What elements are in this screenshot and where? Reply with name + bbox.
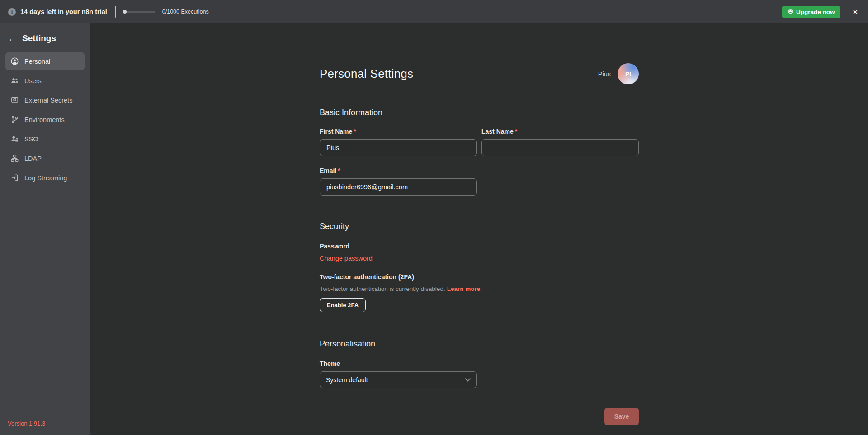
personalisation-section: Personalisation Theme System default xyxy=(320,339,639,388)
user-name-label: Pius xyxy=(598,70,611,78)
sidebar-item-users[interactable]: Users xyxy=(5,72,85,89)
sidebar-item-personal[interactable]: Personal xyxy=(5,52,85,70)
security-section: Security Password Change password Two-fa… xyxy=(320,222,639,312)
user-circle-icon xyxy=(10,57,19,65)
learn-more-link[interactable]: Learn more xyxy=(447,285,481,292)
vault-icon xyxy=(10,96,19,104)
avatar[interactable]: PI xyxy=(618,63,639,84)
basic-information-heading: Basic Information xyxy=(320,108,639,117)
email-label: Email* xyxy=(320,167,477,174)
last-name-input[interactable] xyxy=(481,139,639,156)
executions-progress-bar xyxy=(123,11,155,13)
twofa-status-text: Two-factor authentication is currently d… xyxy=(320,285,639,292)
basic-information-section: Basic Information First Name* Last Name* xyxy=(320,108,639,196)
first-name-label: First Name* xyxy=(320,128,477,135)
trial-countdown-text: 14 days left in your n8n trial xyxy=(20,8,107,15)
back-arrow-icon[interactable]: ← xyxy=(8,34,17,43)
twofa-label: Two-factor authentication (2FA) xyxy=(320,273,639,281)
personalisation-heading: Personalisation xyxy=(320,339,639,349)
sidebar-header: ← Settings xyxy=(5,32,85,52)
first-name-input[interactable] xyxy=(320,139,477,156)
info-icon: i xyxy=(8,8,16,16)
security-heading: Security xyxy=(320,222,639,231)
close-banner-icon[interactable]: ✕ xyxy=(852,9,858,15)
trial-banner: i 14 days left in your n8n trial 0/1000 … xyxy=(0,0,868,23)
gem-icon xyxy=(788,9,793,15)
twofa-status-message: Two-factor authentication is currently d… xyxy=(320,285,445,292)
sidebar-title: Settings xyxy=(22,33,56,43)
git-branch-icon xyxy=(10,116,19,123)
executions-count-text: 0/1000 Executions xyxy=(162,9,209,15)
sidebar-item-environments[interactable]: Environments xyxy=(5,111,85,128)
current-user-chip: Pius PI xyxy=(598,63,639,84)
settings-sidebar: ← Settings Personal Users External Se xyxy=(0,23,90,435)
personal-settings-page: Personal Settings Pius PI Basic Informat… xyxy=(90,23,868,435)
enable-2fa-button[interactable]: Enable 2FA xyxy=(320,298,366,312)
theme-selected-value: System default xyxy=(326,376,368,384)
user-lock-icon xyxy=(10,135,19,143)
password-label: Password xyxy=(320,243,639,250)
sidebar-item-label: SSO xyxy=(24,136,38,143)
email-input[interactable] xyxy=(320,178,477,196)
sidebar-item-label: Environments xyxy=(24,116,65,123)
email-label-text: Email xyxy=(320,167,336,174)
first-name-label-text: First Name xyxy=(320,128,352,135)
required-asterisk: * xyxy=(338,167,340,174)
settings-nav: Personal Users External Secrets Environm… xyxy=(5,52,85,187)
page-title: Personal Settings xyxy=(320,67,413,81)
sidebar-item-label: Users xyxy=(24,77,42,84)
users-icon xyxy=(10,77,19,84)
avatar-initials: PI xyxy=(625,70,631,77)
network-hierarchy-icon xyxy=(10,154,19,162)
change-password-link[interactable]: Change password xyxy=(320,255,373,262)
save-button[interactable]: Save xyxy=(604,408,639,425)
chevron-down-icon xyxy=(465,378,471,382)
progress-indicator-dot xyxy=(123,10,127,14)
sidebar-item-ldap[interactable]: LDAP xyxy=(5,150,85,167)
required-asterisk: * xyxy=(354,128,356,135)
first-name-field-group: First Name* xyxy=(320,128,477,156)
topbar-divider xyxy=(115,6,116,18)
sidebar-item-label: Log Streaming xyxy=(24,174,67,182)
sidebar-item-external-secrets[interactable]: External Secrets xyxy=(5,91,85,109)
sidebar-item-label: Personal xyxy=(24,58,50,65)
required-asterisk: * xyxy=(515,128,517,135)
upgrade-now-button[interactable]: Upgrade now xyxy=(782,6,841,18)
version-label[interactable]: Version 1.91.3 xyxy=(8,420,45,427)
sidebar-item-label: External Secrets xyxy=(24,97,72,104)
email-field-group: Email* xyxy=(320,167,477,196)
last-name-field-group: Last Name* xyxy=(481,128,639,156)
sidebar-item-log-streaming[interactable]: Log Streaming xyxy=(5,169,85,187)
last-name-label-text: Last Name xyxy=(481,128,514,135)
sidebar-item-sso[interactable]: SSO xyxy=(5,130,85,148)
theme-label: Theme xyxy=(320,360,639,367)
log-streaming-icon xyxy=(10,174,19,182)
sidebar-item-label: LDAP xyxy=(24,155,42,162)
last-name-label: Last Name* xyxy=(481,128,639,135)
theme-select[interactable]: System default xyxy=(320,371,477,388)
upgrade-button-label: Upgrade now xyxy=(796,9,835,15)
